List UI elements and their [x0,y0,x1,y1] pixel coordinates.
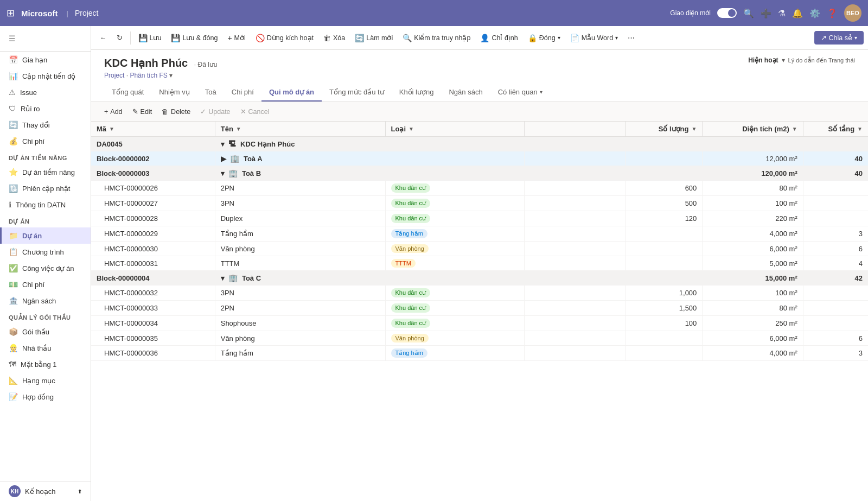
notification-icon[interactable]: 🔔 [792,8,803,18]
table-row[interactable]: HMCT-00000034 Shophouse Khu dân cư 100 2… [91,316,868,331]
filter-sl-icon[interactable]: ▼ [691,126,697,132]
tab-tong-muc[interactable]: Tổng mức đầu tư [322,84,392,102]
forward-button[interactable]: ↻ [112,31,127,45]
add-icon[interactable]: ➕ [761,8,771,18]
table-row[interactable]: HMCT-00000036 Tầng hầm Tầng hầm 4,000 m²… [91,346,868,361]
help-icon[interactable]: ❓ [827,8,838,18]
share-expand-icon: ▾ [854,35,857,41]
new-ui-toggle[interactable] [717,8,737,18]
more-button[interactable]: ⋯ [623,31,639,45]
sidebar-item-thay-doi[interactable]: 🔄 Thay đổi [0,117,91,133]
table-row[interactable]: HMCT-00000035 Văn phòng Văn phòng 6,000 … [91,331,868,346]
sidebar-bottom-ke-hoach[interactable]: KH Kế hoạch ⬆ [0,481,91,501]
tab-co-lien-quan[interactable]: Có liên quan ▾ [490,84,550,102]
co-lien-quan-expand[interactable]: ▾ [540,89,542,95]
cell-sl [625,151,703,166]
ke-hoach-expand-icon[interactable]: ⬆ [78,489,82,494]
sidebar-item-phien[interactable]: 🔃 Phiên cập nhật [0,180,91,196]
close-cmd-button[interactable]: 🔒 Đóng ▾ [524,31,565,45]
table-row[interactable]: HMCT-00000033 2PN Khu dân cư 1,500 80 m² [91,301,868,316]
close-expand-icon[interactable]: ▾ [558,35,560,41]
sidebar-item-hang-muc[interactable]: 📐 Hạng mục [0,372,91,389]
table-row[interactable]: Block-00000003 ▾ 🏢 Toà B 120,000 m² 40 [91,166,868,181]
delete-record-button[interactable]: 🗑 Delete [157,106,195,118]
search-icon[interactable]: 🔍 [743,8,754,18]
cell-empty [525,137,625,151]
filter-ten-icon[interactable]: ▼ [236,126,241,132]
sidebar-item-thongtin[interactable]: ℹ Thông tin DATN [0,196,91,213]
tab-tong-quat[interactable]: Tổng quát [104,84,151,102]
contractor-icon: 👷 [9,344,18,352]
save-close-button[interactable]: 💾 Lưu & đóng [167,31,222,45]
word-expand-icon[interactable]: ▾ [615,35,618,41]
refresh-icon: 🔃 [9,184,18,193]
sidebar-item-goi-thau[interactable]: 📦 Gói thầu [0,324,91,340]
table-row[interactable]: HMCT-00000032 3PN Khu dân cư 1,000 100 m… [91,286,868,301]
sidebar-item-rui-ro[interactable]: 🛡 Rủi ro [0,100,91,117]
sidebar-item-nha-thau[interactable]: 👷 Nhà thầu [0,340,91,356]
sidebar-item-cap-nhat[interactable]: 📊 Cập nhật tiến độ [0,68,91,84]
new-button[interactable]: + Mới [223,31,250,45]
assign-button[interactable]: 👤 Chỉ định [476,31,522,45]
sidebar-item-du-an[interactable]: 📁 Dự án [0,227,91,244]
table-row[interactable]: Block-00000002 ▶ 🏢 Toà A 12,000 m² 40 [91,151,868,166]
expand-icon[interactable]: ▶ [221,155,226,163]
collapse-icon[interactable]: ▾ [221,169,225,177]
grid-icon[interactable]: ⊞ [7,7,15,19]
edit-record-button[interactable]: ✎ Edit [128,105,157,118]
sidebar-item-chi-phi-da[interactable]: 💵 Chi phí [0,276,91,293]
collapse-icon[interactable]: ▾ [221,274,225,282]
share-button[interactable]: ↗ Chia sẻ ▾ [814,31,864,45]
delete-cmd-button[interactable]: 🗑 Xóa [319,31,349,45]
filter-icon[interactable]: ⚗ [778,8,786,18]
tab-qui-mo[interactable]: Qui mô dự án [261,84,322,102]
tab-ngan-sach[interactable]: Ngân sách [441,84,490,102]
sidebar-item-mat-bang[interactable]: 🗺 Mặt bằng 1 [0,356,91,372]
cell-ma: HMCT-00000032 [91,286,215,301]
sidebar-item-chuong-trinh[interactable]: 📋 Chương trình [0,244,91,260]
refresh-icon: 🔄 [355,34,364,42]
sidebar-top: ☰ [0,26,91,52]
expand-icon[interactable]: ▾ [221,140,225,148]
table-row[interactable]: HMCT-00000030 Văn phòng Văn phòng 6,000 … [91,242,868,256]
word-template-button[interactable]: 📄 Mẫu Word ▾ [566,31,622,45]
filter-dt-icon[interactable]: ▼ [792,126,797,132]
table-row[interactable]: HMCT-00000028 Duplex Khu dân cư 120 220 … [91,211,868,226]
table-row[interactable]: HMCT-00000031 TTTM TTTM 5,000 m² 4 [91,256,868,271]
sidebar-item-gia-han[interactable]: 📅 Gia hạn [0,52,91,68]
assign-label: Chỉ định [492,34,518,42]
sidebar-item-issue[interactable]: ⚠ Issue [0,84,91,100]
table-row[interactable]: HMCT-00000026 2PN Khu dân cư 600 80 m² [91,181,868,196]
tab-khoi-luong[interactable]: Khối lượng [392,84,442,102]
back-button[interactable]: ← [95,31,111,45]
add-record-button[interactable]: + Add [100,106,127,118]
sidebar-hamburger[interactable]: ☰ [0,30,91,47]
save-button[interactable]: 💾 Lưu [134,31,166,45]
breadcrumb-project[interactable]: Project [104,72,124,79]
table-row[interactable]: HMCT-00000027 3PN Khu dân cư 500 100 m² [91,196,868,211]
status-chevron[interactable]: ▾ [782,56,785,64]
tab-chi-phi[interactable]: Chi phí [224,84,261,102]
deactivate-button[interactable]: 🚫 Dừng kích hoạt [251,31,318,45]
sidebar-item-hop-dong[interactable]: 📝 Hợp đồng [0,389,91,405]
tab-toa[interactable]: Toà [197,84,224,102]
sidebar-item-datn[interactable]: ⭐ Dự án tiềm năng [0,164,91,180]
access-button[interactable]: 🔍 Kiểm tra truy nhập [398,31,475,45]
sidebar-item-chi-phi-1[interactable]: 💰 Chi phí [0,133,91,149]
sidebar-item-cong-viec[interactable]: ✅ Công việc dự án [0,260,91,276]
table-row[interactable]: HMCT-00000029 Tầng hầm Tầng hầm 4,000 m²… [91,226,868,242]
table-row[interactable]: DA0045 ▾ 🏗 KDC Hạnh Phúc [91,137,868,151]
breadcrumb-fs[interactable]: Phân tích FS [130,72,167,79]
table-area: + Add ✎ Edit 🗑 Delete ✓ Update ✕ Canc [91,102,868,501]
sidebar-item-ngan-sach[interactable]: 🏦 Ngân sách [0,293,91,309]
filter-loai-icon[interactable]: ▼ [409,126,414,132]
cell-ma: Block-00000004 [91,271,215,286]
tab-nhiem-vu[interactable]: Nhiệm vụ [151,84,197,102]
settings-icon[interactable]: ⚙️ [809,8,820,18]
filter-ma-icon[interactable]: ▼ [109,126,114,132]
cell-sl: 1,000 [625,286,703,301]
user-avatar[interactable]: BEO [844,4,861,22]
refresh-cmd-button[interactable]: 🔄 Làm mới [350,31,397,45]
table-row[interactable]: Block-00000004 ▾ 🏢 Toà C 15,000 m² 42 [91,271,868,286]
filter-st-icon[interactable]: ▼ [857,126,863,132]
